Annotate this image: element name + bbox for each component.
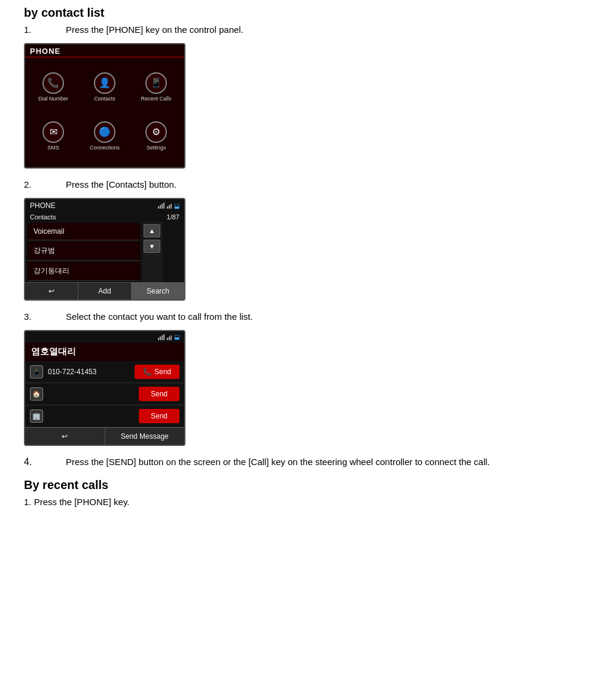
signal-icon3 <box>158 334 165 340</box>
step-3-text: Select the contact you want to call from… <box>66 311 582 322</box>
screen1: PHONE 📞 Dial Number 👤 Contacts 📱 Recent … <box>24 43 185 169</box>
send-button-1[interactable]: 📞 Send <box>135 365 179 379</box>
recent-step-1: 1. Press the [PHONE] key. <box>24 497 582 507</box>
scroll-down-button[interactable]: ▼ <box>144 240 160 253</box>
screen3-back-button[interactable]: ↩ <box>25 428 105 445</box>
connections-icon-item: 🔵 Connections <box>79 111 130 160</box>
step-1: 1. Press the [PHONE] key on the control … <box>24 25 582 35</box>
work-icon: 🏢 <box>30 409 43 423</box>
recent-calls-icon: 📱 <box>145 72 167 94</box>
screen2-header-icons: ⬓ <box>158 203 179 209</box>
screen1-title: PHONE <box>30 47 60 56</box>
dial-number-icon: 📞 <box>42 72 64 94</box>
home-icon: 🏠 <box>30 387 43 401</box>
send-button-2[interactable]: Send <box>139 387 179 401</box>
send-label-1: Send <box>154 368 171 376</box>
scroll-up-button[interactable]: ▲ <box>144 224 160 237</box>
mobile-icon: 📱 <box>30 365 43 378</box>
phone-send-icon: 📞 <box>143 368 152 376</box>
screen3-row-mobile: 📱 010-722-41453 📞 Send <box>25 361 184 383</box>
screen3-row-work: 🏢 Send <box>25 405 184 427</box>
screen2-list-wrap: Voicemail 강규범 강기동대리 ▲ ▼ <box>25 222 184 282</box>
bluetooth-icon: ⬓ <box>174 203 179 209</box>
screen3: ⬓ 염호열대리 📱 010-722-41453 📞 Send 🏠 Send 🏢 … <box>24 330 185 446</box>
dial-number-icon-item: 📞 Dial Number <box>28 62 79 111</box>
connections-label: Connections <box>90 145 120 151</box>
list-item[interactable]: Voicemail <box>28 223 140 240</box>
screen2-wrap: PHONE ⬓ Contacts 1/87 <box>24 198 582 301</box>
step-4-num: 4. <box>24 457 66 467</box>
step-2-text: Press the [Contacts] button. <box>66 179 582 189</box>
screen2-sub: Contacts 1/87 <box>25 212 184 222</box>
step-2-num: 2. <box>24 179 66 189</box>
step-3-num: 3. <box>24 311 66 322</box>
add-button[interactable]: Add <box>78 283 132 299</box>
signal-icon <box>158 203 165 209</box>
send-button-3[interactable]: Send <box>139 409 179 423</box>
bluetooth-icon2: ⬓ <box>174 334 179 340</box>
screen3-wrap: ⬓ 염호열대리 📱 010-722-41453 📞 Send 🏠 Send 🏢 … <box>24 330 582 446</box>
dial-number-label: Dial Number <box>38 96 68 102</box>
screen2-footer: ↩ Add Search <box>25 282 184 299</box>
list-item[interactable]: 강규범 <box>28 242 140 261</box>
step-4: 4. Press the [SEND] button on the screen… <box>24 457 582 467</box>
screen2-list-items: Voicemail 강규범 강기동대리 <box>25 222 142 282</box>
step-3: 3. Select the contact you want to call f… <box>24 311 582 322</box>
screen3-row-home: 🏠 Send <box>25 383 184 405</box>
list-item[interactable]: 강기동대리 <box>28 262 140 281</box>
back-button[interactable]: ↩ <box>25 283 78 299</box>
screen3-header: ⬓ <box>25 331 184 343</box>
recent-step-1-text: 1. Press the [PHONE] key. <box>24 497 582 507</box>
send-message-button[interactable]: Send Message <box>105 428 185 445</box>
step-1-num: 1. <box>24 25 66 35</box>
search-button[interactable]: Search <box>132 283 184 299</box>
contacts-icon: 👤 <box>94 72 115 94</box>
screen2-title: PHONE <box>30 201 56 210</box>
screen2: PHONE ⬓ Contacts 1/87 <box>24 198 185 301</box>
scroll-column: ▲ ▼ <box>142 222 163 282</box>
contacts-label: Contacts <box>94 96 115 102</box>
settings-icon: ⚙ <box>145 121 167 143</box>
screen2-counter: 1/87 <box>167 213 179 221</box>
recent-calls-icon-item: 📱 Recent Calls <box>130 62 182 111</box>
recent-calls-label: Recent Calls <box>141 96 171 102</box>
screen2-sub-label: Contacts <box>30 213 56 221</box>
section-heading: by contact list <box>24 6 582 20</box>
step-1-text: Press the [PHONE] key on the control pan… <box>66 25 582 35</box>
signal-icon2 <box>167 203 172 209</box>
signal-icon4 <box>167 334 172 340</box>
screen3-header-icons: ⬓ <box>158 334 179 340</box>
screen1-wrap: PHONE 📞 Dial Number 👤 Contacts 📱 Recent … <box>24 43 582 169</box>
screen3-phone-number: 010-722-41453 <box>48 368 130 376</box>
recent-heading: By recent calls <box>24 478 582 492</box>
settings-label: Settings <box>147 145 166 151</box>
sms-label: SMS <box>47 145 59 151</box>
sms-icon: ✉ <box>42 121 64 143</box>
step-2: 2. Press the [Contacts] button. <box>24 179 582 189</box>
screen3-contact-name: 염호열대리 <box>25 343 184 361</box>
settings-icon-item: ⚙ Settings <box>130 111 182 160</box>
contacts-icon-item: 👤 Contacts <box>79 62 130 111</box>
screen1-icons: 📞 Dial Number 👤 Contacts 📱 Recent Calls … <box>25 57 184 165</box>
step-4-text: Press the [SEND] button on the screen or… <box>66 457 582 467</box>
screen2-header: PHONE ⬓ <box>25 199 184 212</box>
screen3-footer: ↩ Send Message <box>25 427 184 445</box>
connections-icon: 🔵 <box>94 121 115 143</box>
sms-icon-item: ✉ SMS <box>28 111 79 160</box>
screen1-header: PHONE <box>25 44 184 57</box>
